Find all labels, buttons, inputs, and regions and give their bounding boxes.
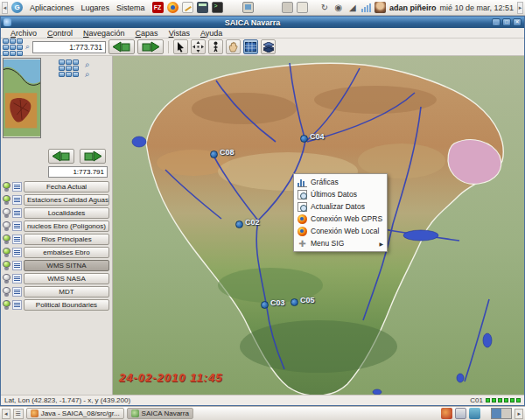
close-button[interactable]: ✕	[513, 18, 522, 26]
volume-tray-icon[interactable]: ◢	[347, 3, 358, 12]
window-list-icon[interactable]: ☰	[13, 409, 24, 419]
map-canvas[interactable]: C08C04C02C03C05 24-02-2010 11:45 Gráfica…	[113, 56, 524, 395]
layer-button[interactable]: WMS SITNA	[24, 260, 109, 271]
layer-visibility-bulb-icon[interactable]	[3, 300, 10, 310]
taskbar-tray-icon-3[interactable]	[469, 408, 480, 419]
layer-visibility-bulb-icon[interactable]	[3, 195, 10, 205]
layers-3d-button[interactable]	[261, 39, 276, 54]
pan-compass-icon[interactable]	[3, 38, 23, 56]
maximize-button[interactable]: □	[502, 18, 511, 26]
context-item-gr-ficas[interactable]: Gráficas	[294, 176, 387, 188]
sidebar-zoom-icons[interactable]: ⌕⌕	[85, 60, 90, 79]
zoom-out-icon[interactable]: ⌕	[85, 69, 90, 79]
layer-visibility-bulb-icon[interactable]	[3, 221, 10, 231]
info-tool[interactable]	[208, 39, 223, 54]
sidebar-pan-compass-icon[interactable]	[59, 60, 79, 77]
hand-pan-tool[interactable]	[226, 39, 241, 54]
layer-button[interactable]: nucleos Ebro (Polígonos)	[24, 220, 109, 232]
sidebar-back-button[interactable]	[48, 149, 74, 164]
back-view-button[interactable]	[108, 39, 135, 54]
layer-button[interactable]: WMS NASA	[24, 273, 109, 284]
menu-capas[interactable]: Capas	[131, 29, 163, 38]
layer-legend-icon[interactable]	[12, 261, 22, 270]
sidebar-forward-button[interactable]	[80, 149, 106, 164]
panel-hide-right-button[interactable]: ▸	[517, 2, 523, 14]
desktop-menu-lugares[interactable]: Lugares	[78, 3, 114, 13]
layer-legend-icon[interactable]	[12, 182, 22, 192]
file-manager-icon[interactable]	[297, 2, 308, 13]
layer-button[interactable]: embalses Ebro	[24, 247, 109, 258]
panel-hide-left-button[interactable]: ◂	[2, 2, 8, 14]
menu-vistas[interactable]: Vistas	[164, 29, 194, 38]
zoom-in-icon[interactable]: ⌕	[85, 60, 90, 69]
layer-button[interactable]: Fecha Actual	[24, 181, 109, 192]
taskbar-task-active[interactable]: SAICA Navarra	[127, 408, 193, 419]
station-marker-c05[interactable]	[290, 298, 298, 306]
station-marker-c04[interactable]	[300, 135, 308, 143]
desktop-menu-sistema[interactable]: Sistema	[113, 3, 149, 13]
calculator-launcher-icon[interactable]	[197, 2, 208, 13]
printer-icon[interactable]	[282, 2, 293, 13]
pan-move-tool[interactable]	[191, 39, 206, 54]
power-tray-icon[interactable]: ◉	[333, 3, 344, 12]
layer-visibility-bulb-icon[interactable]	[3, 261, 10, 270]
firefox-launcher-icon[interactable]	[167, 2, 178, 13]
menu-ayuda[interactable]: Ayuda	[196, 29, 227, 38]
overview-minimap[interactable]	[3, 58, 41, 138]
layer-legend-icon[interactable]	[12, 248, 22, 257]
desktop-menu-aplicaciones[interactable]: Aplicaciones	[26, 3, 78, 13]
layer-legend-icon[interactable]	[12, 221, 22, 231]
layer-button[interactable]: Rios Principales	[24, 234, 109, 245]
network-tray-icon[interactable]	[361, 4, 371, 12]
computer-icon[interactable]	[242, 2, 254, 13]
layer-legend-icon[interactable]	[12, 234, 22, 244]
layer-button[interactable]: Localidades	[24, 207, 109, 219]
clock-label[interactable]: mié 10 de mar, 12:51	[439, 4, 514, 12]
menu-archivo[interactable]: Archivo	[6, 29, 41, 38]
menu-control[interactable]: Control	[43, 29, 77, 38]
layer-visibility-bulb-icon[interactable]	[3, 182, 10, 192]
layer-legend-icon[interactable]	[12, 195, 22, 205]
layer-legend-icon[interactable]	[12, 300, 22, 310]
layer-visibility-bulb-icon[interactable]	[3, 248, 10, 257]
forward-view-button[interactable]	[137, 39, 164, 54]
layer-legend-icon[interactable]	[12, 208, 22, 218]
window-list-next-button[interactable]: ▸	[514, 409, 523, 419]
filezilla-launcher-icon[interactable]: FZ	[152, 2, 164, 13]
gnome-menu-icon[interactable]: G	[11, 2, 23, 13]
select-pointer-tool[interactable]	[173, 39, 188, 54]
taskbar-tray-icon-2[interactable]	[455, 408, 466, 419]
layer-legend-icon[interactable]	[12, 287, 22, 297]
window-list-prev-button[interactable]: ◂	[2, 409, 10, 419]
layer-visibility-bulb-icon[interactable]	[3, 287, 10, 297]
station-marker-c03[interactable]	[261, 301, 269, 309]
station-marker-c08[interactable]	[210, 150, 218, 158]
workspace-switcher[interactable]	[491, 408, 512, 419]
layer-visibility-bulb-icon[interactable]	[3, 208, 10, 218]
context-item-conexi-n-web-gprs[interactable]: Conexión Web GPRS	[294, 213, 387, 225]
layer-legend-icon[interactable]	[12, 274, 22, 284]
window-titlebar[interactable]: SAICA Navarra _ □ ✕	[1, 17, 524, 28]
minimize-button[interactable]: _	[492, 18, 500, 26]
scale-input[interactable]	[32, 41, 106, 53]
station-marker-c02[interactable]	[235, 220, 243, 228]
editor-launcher-icon[interactable]	[182, 2, 193, 13]
zoom-tool-icon[interactable]: ⌕	[25, 43, 30, 51]
layer-visibility-bulb-icon[interactable]	[3, 234, 10, 244]
context-item-menu-sig[interactable]: ✚Menu SIG▶	[294, 237, 387, 249]
username-label[interactable]: adan piñeiro	[389, 4, 437, 12]
layer-button[interactable]: Political Boundaries	[24, 299, 109, 311]
sidebar-scale-input[interactable]	[48, 166, 108, 178]
taskbar-task-inactive[interactable]: Java - SAICA_08/src/gr...	[26, 408, 124, 419]
context-item-actualizar-datos[interactable]: Actualizar Datos	[294, 200, 387, 213]
context-item-conexi-n-web-local[interactable]: Conexión Web Local	[294, 225, 387, 237]
layer-visibility-bulb-icon[interactable]	[3, 274, 10, 284]
update-tray-icon[interactable]: ↻	[319, 3, 330, 12]
user-avatar[interactable]	[374, 2, 386, 13]
workspace-2[interactable]	[501, 409, 511, 418]
menu-navegación[interactable]: Navegación	[79, 29, 130, 38]
context-item--ltimos-datos[interactable]: Últimos Datos	[294, 188, 387, 200]
map-view-toggle[interactable]	[243, 39, 258, 54]
taskbar-tray-icon-1[interactable]	[441, 408, 452, 419]
layer-button[interactable]: Estaciones Calidad Aguas	[24, 194, 109, 206]
